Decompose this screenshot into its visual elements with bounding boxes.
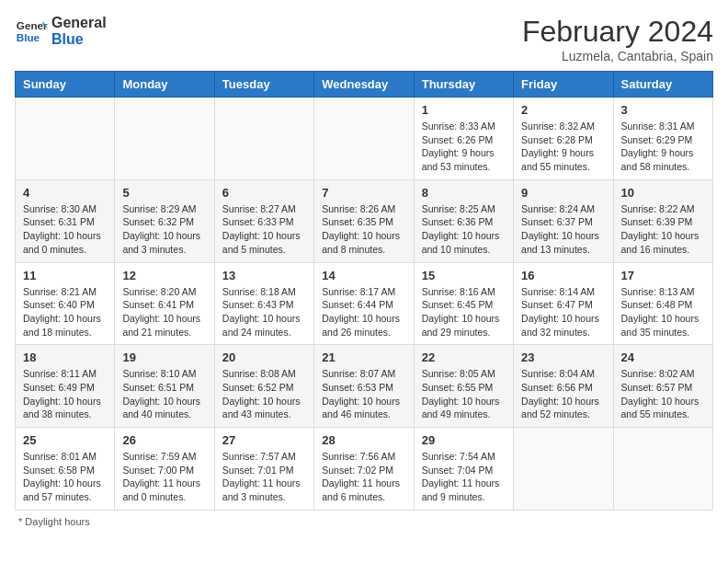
sunrise-label: Sunrise: 8:20 AM xyxy=(122,286,196,297)
calendar-day-cell: 16 Sunrise: 8:14 AM Sunset: 6:47 PM Dayl… xyxy=(514,262,613,345)
daylight-label: Daylight: 10 hours and 24 minutes. xyxy=(222,313,301,338)
location-subtitle: Luzmela, Cantabria, Spain xyxy=(522,49,713,63)
day-number: 4 xyxy=(23,186,107,200)
sunset-label: Sunset: 6:49 PM xyxy=(23,382,95,393)
day-number: 28 xyxy=(322,433,405,447)
day-info: Sunrise: 8:32 AM Sunset: 6:28 PM Dayligh… xyxy=(521,120,605,174)
day-number: 12 xyxy=(122,269,206,282)
daylight-label: Daylight: 10 hours and 49 minutes. xyxy=(422,396,500,420)
day-number: 9 xyxy=(521,186,605,200)
day-info: Sunrise: 7:57 AM Sunset: 7:01 PM Dayligh… xyxy=(222,450,306,504)
calendar-day-cell: 6 Sunrise: 8:27 AM Sunset: 6:33 PM Dayli… xyxy=(214,179,313,262)
calendar-week-row: 18 Sunrise: 8:11 AM Sunset: 6:49 PM Dayl… xyxy=(16,345,713,428)
sunrise-label: Sunrise: 8:22 AM xyxy=(621,203,695,214)
daylight-label: Daylight: 10 hours and 38 minutes. xyxy=(23,396,101,420)
sunset-label: Sunset: 6:41 PM xyxy=(122,299,194,310)
daylight-label: Daylight: 10 hours and 8 minutes. xyxy=(322,230,400,255)
calendar-table: SundayMondayTuesdayWednesdayThursdayFrid… xyxy=(15,71,713,511)
day-info: Sunrise: 8:07 AM Sunset: 6:53 PM Dayligh… xyxy=(322,367,405,421)
sunset-label: Sunset: 6:35 PM xyxy=(322,216,393,227)
sunset-label: Sunset: 6:48 PM xyxy=(621,299,693,310)
daylight-label: Daylight: 10 hours and 55 minutes. xyxy=(621,396,700,420)
calendar-day-cell: 23 Sunrise: 8:04 AM Sunset: 6:56 PM Dayl… xyxy=(514,345,613,428)
calendar-day-cell: 15 Sunrise: 8:16 AM Sunset: 6:45 PM Dayl… xyxy=(414,262,513,345)
day-info: Sunrise: 8:30 AM Sunset: 6:31 PM Dayligh… xyxy=(23,202,107,257)
calendar-day-cell xyxy=(314,98,414,180)
sunset-label: Sunset: 6:47 PM xyxy=(521,299,593,310)
daylight-label: Daylight: 10 hours and 10 minutes. xyxy=(422,230,500,255)
calendar-day-cell: 11 Sunrise: 8:21 AM Sunset: 6:40 PM Dayl… xyxy=(16,262,115,345)
svg-text:General: General xyxy=(17,19,48,31)
calendar-day-cell xyxy=(214,98,313,180)
calendar-day-cell: 8 Sunrise: 8:25 AM Sunset: 6:36 PM Dayli… xyxy=(414,179,513,262)
day-info: Sunrise: 7:54 AM Sunset: 7:04 PM Dayligh… xyxy=(422,450,506,504)
day-number: 25 xyxy=(23,433,107,447)
sunrise-label: Sunrise: 7:59 AM xyxy=(122,451,196,462)
daylight-label: Daylight: 10 hours and 26 minutes. xyxy=(322,313,400,338)
sunrise-label: Sunrise: 8:29 AM xyxy=(122,203,196,214)
sunrise-label: Sunrise: 8:24 AM xyxy=(521,203,595,214)
day-number: 6 xyxy=(222,186,306,200)
day-number: 29 xyxy=(422,433,506,447)
day-number: 24 xyxy=(621,350,705,364)
sunrise-label: Sunrise: 8:27 AM xyxy=(222,203,296,214)
logo-general-text: General xyxy=(51,15,107,31)
calendar-header-row: SundayMondayTuesdayWednesdayThursdayFrid… xyxy=(16,72,713,98)
sunset-label: Sunset: 7:02 PM xyxy=(322,465,393,476)
logo: General Blue General Blue xyxy=(15,15,107,48)
daylight-label: Daylight: 10 hours and 32 minutes. xyxy=(521,313,599,338)
calendar-day-header: Thursday xyxy=(414,72,513,98)
daylight-label: Daylight: 10 hours and 46 minutes. xyxy=(322,396,400,420)
daylight-label: Daylight: 11 hours and 9 minutes. xyxy=(422,477,500,502)
footer-note: * Daylight hours xyxy=(15,516,713,527)
title-block: February 2024 Luzmela, Cantabria, Spain xyxy=(522,15,713,63)
daylight-label: Daylight: 10 hours and 0 minutes. xyxy=(23,230,101,255)
day-number: 18 xyxy=(23,350,107,364)
day-info: Sunrise: 8:33 AM Sunset: 6:26 PM Dayligh… xyxy=(422,120,506,174)
day-number: 26 xyxy=(122,433,206,447)
day-info: Sunrise: 8:08 AM Sunset: 6:52 PM Dayligh… xyxy=(222,367,306,421)
calendar-day-cell: 2 Sunrise: 8:32 AM Sunset: 6:28 PM Dayli… xyxy=(514,98,613,180)
day-info: Sunrise: 8:20 AM Sunset: 6:41 PM Dayligh… xyxy=(122,285,206,339)
daylight-label: Daylight: 11 hours and 0 minutes. xyxy=(122,477,200,502)
calendar-day-cell: 27 Sunrise: 7:57 AM Sunset: 7:01 PM Dayl… xyxy=(214,428,313,511)
calendar-day-cell: 5 Sunrise: 8:29 AM Sunset: 6:32 PM Dayli… xyxy=(115,179,214,262)
day-info: Sunrise: 8:16 AM Sunset: 6:45 PM Dayligh… xyxy=(422,285,506,339)
sunset-label: Sunset: 6:52 PM xyxy=(222,382,294,393)
day-info: Sunrise: 8:14 AM Sunset: 6:47 PM Dayligh… xyxy=(521,285,605,339)
sunset-label: Sunset: 6:44 PM xyxy=(322,299,393,310)
sunrise-label: Sunrise: 8:05 AM xyxy=(422,368,495,379)
sunrise-label: Sunrise: 8:16 AM xyxy=(422,286,495,297)
calendar-day-header: Tuesday xyxy=(214,72,313,98)
sunset-label: Sunset: 6:32 PM xyxy=(122,216,194,227)
daylight-label: Daylight: 10 hours and 52 minutes. xyxy=(521,396,599,420)
day-info: Sunrise: 8:22 AM Sunset: 6:39 PM Dayligh… xyxy=(621,202,705,257)
sunrise-label: Sunrise: 8:13 AM xyxy=(621,286,695,297)
day-info: Sunrise: 8:01 AM Sunset: 6:58 PM Dayligh… xyxy=(23,450,107,504)
daylight-label: Daylight: 9 hours and 53 minutes. xyxy=(422,147,495,172)
day-info: Sunrise: 8:29 AM Sunset: 6:32 PM Dayligh… xyxy=(122,202,206,257)
calendar-day-cell: 4 Sunrise: 8:30 AM Sunset: 6:31 PM Dayli… xyxy=(16,179,115,262)
day-info: Sunrise: 7:56 AM Sunset: 7:02 PM Dayligh… xyxy=(322,450,405,504)
calendar-day-header: Wednesday xyxy=(314,72,414,98)
calendar-week-row: 1 Sunrise: 8:33 AM Sunset: 6:26 PM Dayli… xyxy=(16,98,713,180)
day-number: 19 xyxy=(122,350,206,364)
calendar-day-cell: 24 Sunrise: 8:02 AM Sunset: 6:57 PM Dayl… xyxy=(613,345,712,428)
calendar-day-cell: 3 Sunrise: 8:31 AM Sunset: 6:29 PM Dayli… xyxy=(613,98,712,180)
day-info: Sunrise: 8:17 AM Sunset: 6:44 PM Dayligh… xyxy=(322,285,405,339)
calendar-day-cell: 9 Sunrise: 8:24 AM Sunset: 6:37 PM Dayli… xyxy=(514,179,613,262)
sunset-label: Sunset: 7:04 PM xyxy=(422,465,494,476)
sunset-label: Sunset: 6:53 PM xyxy=(322,382,393,393)
svg-text:Blue: Blue xyxy=(17,31,40,43)
header: General Blue General Blue February 2024 … xyxy=(15,15,713,63)
day-number: 16 xyxy=(521,269,605,282)
sunset-label: Sunset: 6:56 PM xyxy=(521,382,593,393)
logo-blue-text: Blue xyxy=(51,31,107,48)
day-info: Sunrise: 8:25 AM Sunset: 6:36 PM Dayligh… xyxy=(422,202,506,257)
sunrise-label: Sunrise: 8:17 AM xyxy=(322,286,395,297)
calendar-day-cell: 18 Sunrise: 8:11 AM Sunset: 6:49 PM Dayl… xyxy=(16,345,115,428)
day-info: Sunrise: 8:21 AM Sunset: 6:40 PM Dayligh… xyxy=(23,285,107,339)
day-number: 20 xyxy=(222,350,306,364)
sunrise-label: Sunrise: 8:01 AM xyxy=(23,451,97,462)
calendar-day-header: Sunday xyxy=(16,72,115,98)
